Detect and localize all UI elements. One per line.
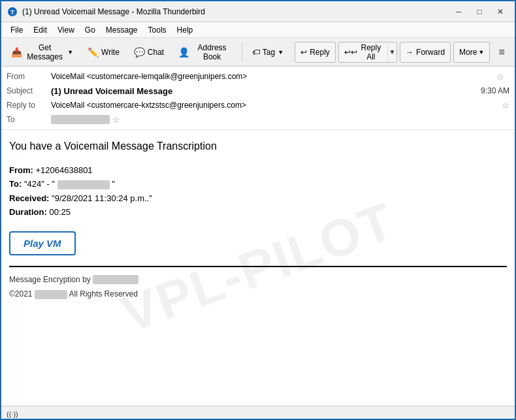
more-dropdown-icon: ▼ <box>478 49 484 56</box>
body-from-value: +12064638801 <box>35 165 92 175</box>
reply-all-group: ↩↩ Reply All ▼ <box>338 42 397 63</box>
main-content: From VoiceMail <customercare-lemqalik@gr… <box>1 67 515 406</box>
get-messages-label: Get Messages <box>25 43 65 61</box>
toolbar-separator <box>242 43 242 61</box>
tag-label: Tag <box>263 48 275 57</box>
email-body: VPL-PILOT You have a Voicemail Message T… <box>1 130 515 406</box>
reply-to-label: Reply to <box>7 101 51 110</box>
body-duration-label: Duration: <box>9 207 47 217</box>
reply-all-button[interactable]: ↩↩ Reply All <box>338 42 387 63</box>
more-button[interactable]: More ▼ <box>453 42 490 63</box>
app-icon: T <box>7 6 18 18</box>
menu-tools[interactable]: Tools <box>143 24 172 36</box>
body-to-prefix: "424" - " <box>24 179 55 189</box>
from-row: From VoiceMail <customercare-lemqalik@gr… <box>7 69 509 84</box>
reply-all-dropdown-button[interactable]: ▼ <box>387 42 397 63</box>
from-star-icon[interactable]: ☆ <box>496 72 504 82</box>
hamburger-icon: ≡ <box>499 46 505 58</box>
body-from-label: From: <box>9 165 33 175</box>
to-star-icon[interactable]: ☆ <box>112 115 120 125</box>
body-received-field: Received: "9/28/2021 11:30:24 p.m.." <box>9 193 507 203</box>
play-vm-button[interactable]: Play VM <box>9 231 76 255</box>
write-label: Write <box>101 48 120 57</box>
body-received-value: "9/28/2021 11:30:24 p.m.." <box>52 193 152 203</box>
email-divider <box>9 266 507 267</box>
rights-label: All Rights Reserved <box>69 289 138 299</box>
reply-all-label: Reply All <box>360 43 382 61</box>
to-label: To <box>7 115 51 124</box>
body-to-field: To: "424" - " " <box>9 179 507 189</box>
address-book-button[interactable]: 👤 Address Book <box>172 42 238 63</box>
chat-icon: 💬 <box>134 47 145 57</box>
connection-icon: ((·)) <box>7 410 18 418</box>
get-messages-dropdown-icon: ▼ <box>67 49 73 56</box>
tag-dropdown-icon: ▼ <box>278 49 283 56</box>
more-label: More <box>459 48 477 57</box>
copyright-year: ©2021 <box>9 289 33 299</box>
reply-all-icon: ↩↩ <box>344 48 357 57</box>
from-value: VoiceMail <customercare-lemqalik@greenju… <box>51 72 494 81</box>
encryption-label: Message Encryption by <box>9 275 91 284</box>
body-from-field: From: +12064638801 <box>9 165 507 175</box>
status-bar: ((·)) <box>1 406 515 420</box>
chat-button[interactable]: 💬 Chat <box>128 42 170 63</box>
reply-to-value: VoiceMail <customercare-kxtzstsc@greenju… <box>51 101 499 110</box>
reply-to-row: Reply to VoiceMail <customercare-kxtzsts… <box>7 98 509 112</box>
get-messages-icon: 📥 <box>11 47 22 57</box>
body-duration-value: 00:25 <box>49 207 71 217</box>
subject-row: Subject (1) Unread Voicemail Message 9:3… <box>7 84 509 98</box>
address-book-icon: 👤 <box>178 47 189 57</box>
menu-go[interactable]: Go <box>80 24 101 36</box>
maximize-button[interactable]: □ <box>470 5 489 19</box>
menu-edit[interactable]: Edit <box>28 24 52 36</box>
timestamp: 9:30 AM <box>481 86 509 95</box>
subject-label: Subject <box>7 86 51 95</box>
copyright-redacted <box>35 290 67 299</box>
menu-view[interactable]: View <box>52 24 80 36</box>
get-messages-button[interactable]: 📥 Get Messages ▼ <box>5 42 79 63</box>
window-title: (1) Unread Voicemail Message - Mozilla T… <box>22 7 449 16</box>
address-book-label: Address Book <box>192 43 232 61</box>
subject-value: (1) Unread Voicemail Message <box>51 86 481 96</box>
menu-bar: File Edit View Go Message Tools Help <box>1 22 515 38</box>
reply-button[interactable]: ↩ Reply <box>295 42 336 63</box>
hamburger-menu-button[interactable]: ≡ <box>492 42 511 63</box>
forward-button[interactable]: → Forward <box>400 42 451 63</box>
encryption-redacted <box>93 275 138 284</box>
to-row: To ☆ <box>7 112 509 127</box>
reply-all-dropdown-chevron-icon: ▼ <box>389 48 396 56</box>
body-to-redacted <box>57 180 110 189</box>
reply-icon: ↩ <box>300 48 307 57</box>
body-title: You have a Voicemail Message Transcripti… <box>9 140 507 152</box>
from-label: From <box>7 72 51 81</box>
tag-button[interactable]: 🏷 Tag ▼ <box>246 42 289 63</box>
close-button[interactable]: ✕ <box>491 5 509 19</box>
chat-label: Chat <box>148 48 164 57</box>
write-icon: ✏️ <box>88 47 99 57</box>
email-header: From VoiceMail <customercare-lemqalik@gr… <box>1 67 515 130</box>
menu-file[interactable]: File <box>5 24 28 36</box>
reply-label: Reply <box>310 48 330 57</box>
body-to-label: To: <box>9 179 22 189</box>
reply-to-star-icon[interactable]: ☆ <box>502 101 509 110</box>
window-controls: ─ □ ✕ <box>449 5 509 19</box>
email-content: You have a Voicemail Message Transcripti… <box>9 140 507 299</box>
body-duration-field: Duration: 00:25 <box>9 207 507 217</box>
forward-label: Forward <box>416 48 445 57</box>
write-button[interactable]: ✏️ Write <box>82 42 125 63</box>
menu-message[interactable]: Message <box>101 24 143 36</box>
body-to-suffix: " <box>112 179 115 189</box>
encryption-text: Message Encryption by <box>9 275 507 285</box>
copyright-text: ©2021 All Rights Reserved <box>9 289 507 299</box>
svg-text:T: T <box>10 9 14 16</box>
minimize-button[interactable]: ─ <box>449 5 468 19</box>
title-bar: T (1) Unread Voicemail Message - Mozilla… <box>1 1 515 22</box>
to-value-redacted <box>51 115 110 124</box>
body-received-label: Received: <box>9 193 49 203</box>
menu-help[interactable]: Help <box>172 24 199 36</box>
toolbar: 📥 Get Messages ▼ ✏️ Write 💬 Chat 👤 Addre… <box>1 38 515 67</box>
tag-icon: 🏷 <box>252 48 260 57</box>
forward-icon: → <box>406 48 413 57</box>
